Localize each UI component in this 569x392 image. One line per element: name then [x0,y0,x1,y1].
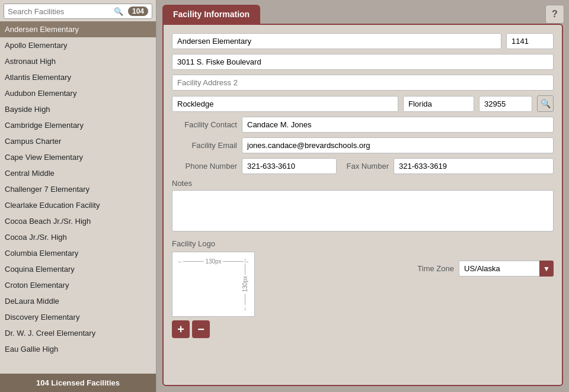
facility-list-item[interactable]: Challenger 7 Elementary [0,181,156,197]
help-icon: ? [552,9,558,20]
email-label: Facility Email [172,141,237,150]
facility-list: Andersen ElementaryApollo ElementaryAstr… [0,21,156,374]
address1-input[interactable] [172,54,554,70]
facility-count-badge: 104 [128,7,148,16]
timezone-section: Time Zone US/AlaskaUS/PacificUS/Mountain… [417,261,554,277]
facility-list-item[interactable]: Coquina Elementary [0,261,156,277]
geo-button[interactable]: 🔍 [537,95,554,112]
timezone-select-wrapper: US/AlaskaUS/PacificUS/MountainUS/Central… [459,261,554,277]
timezone-label: Time Zone [417,264,454,273]
facility-list-item[interactable]: Columbia Elementary [0,245,156,261]
facility-list-item[interactable]: Cape View Elementary [0,149,156,165]
facility-list-item[interactable]: Bayside High [0,101,156,117]
logo-buttons: + − [172,320,255,338]
fax-label: Fax Number [341,162,389,171]
tab-facility-information[interactable]: Facility Information [162,5,260,24]
facility-list-item[interactable]: Apollo Elementary [0,37,156,53]
phone-fax-row: Phone Number Fax Number [172,158,554,174]
facility-list-item[interactable]: Croton Elementary [0,277,156,293]
tab-bar: Facility Information [162,5,563,24]
sidebar-footer: 104 Licensed Facilities [0,374,156,392]
facility-list-item[interactable]: Clearlake Education Facility [0,197,156,213]
logo-box: ← 130px → ↑ 130px ↓ [172,252,255,317]
facility-list-item[interactable]: DeLaura Middle [0,293,156,309]
facility-list-item[interactable]: Astronaut High [0,53,156,69]
facility-list-item[interactable]: Discovery Elementary [0,309,156,325]
phone-input[interactable] [242,158,337,174]
email-input[interactable] [242,137,554,153]
search-bar: 🔍 104 [4,4,152,19]
zip-input[interactable] [479,96,532,112]
logo-section: Facility Logo ← 130px → ↑ 130px [172,239,255,338]
notes-label: Notes [172,179,554,188]
timezone-row: Time Zone US/AlaskaUS/PacificUS/Mountain… [417,261,554,277]
bottom-section: Facility Logo ← 130px → ↑ 130px [172,239,554,338]
facility-list-item[interactable]: Dr. W. J. Creel Elementary [0,325,156,341]
add-logo-button[interactable]: + [172,320,190,338]
help-button[interactable]: ? [545,5,564,24]
facility-list-item[interactable]: Eau Gallie High [0,341,156,357]
email-row: Facility Email [172,137,554,153]
facility-list-item[interactable]: Cambridge Elementary [0,117,156,133]
logo-width-label: 130px [205,258,221,265]
facility-list-item[interactable]: Central Middle [0,165,156,181]
fax-input[interactable] [394,158,554,174]
facility-list-item[interactable]: Andersen Elementary [0,21,156,37]
address1-row [172,54,554,70]
facility-sidebar: 🔍 104 Andersen ElementaryApollo Elementa… [0,0,156,392]
city-input[interactable] [172,96,398,112]
search-icon: 🔍 [114,7,123,16]
search-input[interactable] [8,7,111,16]
logo-label: Facility Logo [172,239,255,248]
facility-list-item[interactable]: Cocoa Jr./Sr. High [0,229,156,245]
facility-id-input[interactable] [506,33,554,49]
geo-icon: 🔍 [541,99,551,108]
facility-list-item[interactable]: Cocoa Beach Jr./Sr. High [0,213,156,229]
contact-row: Facility Contact [172,117,554,133]
arrow-up-icon: ↑ [244,257,247,264]
logo-height-label: 130px [242,276,248,292]
facility-name-input[interactable] [172,33,501,49]
arrow-left-icon: ← [177,258,183,265]
name-id-row [172,33,554,49]
notes-textarea[interactable] [172,190,554,232]
facility-list-item[interactable]: Atlantis Elementary [0,69,156,85]
contact-input[interactable] [242,117,554,133]
city-state-zip-row: 🔍 [172,95,554,112]
facility-list-item[interactable]: Campus Charter [0,133,156,149]
address2-input[interactable] [172,75,554,91]
timezone-select[interactable]: US/AlaskaUS/PacificUS/MountainUS/Central… [459,261,554,277]
form-panel: 🔍 Facility Contact Facility Email Phone … [162,24,563,386]
phone-label: Phone Number [172,162,237,171]
facility-list-item[interactable]: Audubon Elementary [0,85,156,101]
address2-row [172,75,554,91]
contact-label: Facility Contact [172,120,237,129]
state-input[interactable] [403,96,474,112]
remove-logo-button[interactable]: − [192,320,210,338]
arrow-down-icon: ↓ [244,305,247,311]
main-content: Facility Information 🔍 Facility Conta [156,0,569,392]
